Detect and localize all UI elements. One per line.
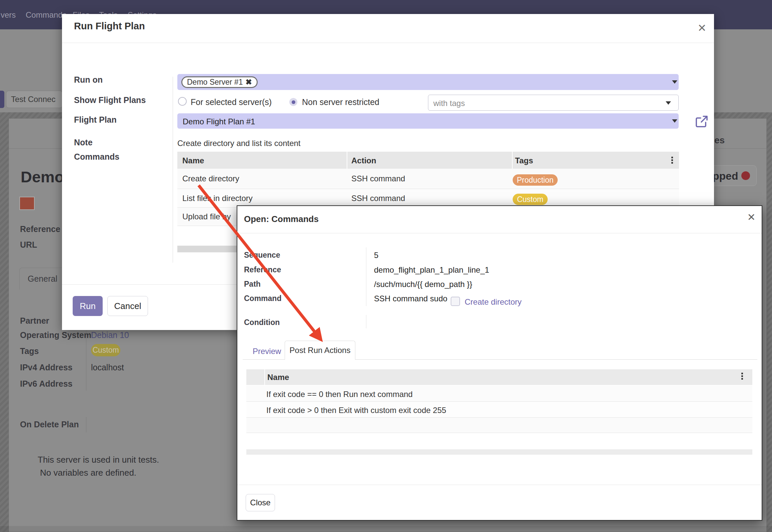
radio-selected-dot [292,100,295,104]
open-commands-modal: Open: Commands ✕ Sequence Reference Path… [237,205,762,521]
field-label-tags: Tags [20,346,39,356]
tag-badge-custom: Custom [513,194,548,205]
command-value: SSH command sudo [374,294,447,303]
table-row[interactable]: If exit code > 0 then Exit with custom e… [246,402,752,418]
run-button[interactable]: Run [73,296,103,316]
row-name: Upload file by [182,212,231,221]
label-command: Command [244,294,281,303]
column-divider [347,152,347,169]
column-divider [512,152,513,169]
table-row-empty[interactable] [246,418,752,433]
row-name: Create directory [182,174,239,183]
commands-table-header [177,152,679,169]
sequence-value: 5 [374,251,378,260]
server-title-fragment: Demo [21,168,64,186]
column-header-name[interactable]: Name [267,373,289,382]
server-chip[interactable]: Demo Server #1✖ [181,76,258,88]
label-flight-plan: Flight Plan [74,115,117,125]
bottom-strip [0,526,772,532]
actions-table-header [246,369,752,385]
chevron-down-icon [672,119,677,123]
chevron-down-icon [666,101,671,105]
with-tags-placeholder: with tags [433,99,465,108]
field-label-ipv4: IPv4 Address [20,363,72,372]
path-value: /such/much/{{ demo_path }} [374,280,472,289]
ipv4-value: localhost [91,363,124,372]
label-note: Note [74,138,93,147]
external-link-icon[interactable] [695,115,709,129]
table-row[interactable]: If exit code == 0 then Run next command [246,386,752,402]
field-label-on-delete-plan: On Delete Plan [20,420,79,429]
close-button[interactable]: Close [246,494,275,511]
server-color-swatch[interactable] [19,197,35,210]
row-action: SSH command [351,174,405,183]
form-separator [86,417,86,432]
modal-title: Open: Commands [244,214,319,224]
modal-footer-divider [237,485,762,485]
label-reference: Reference [244,265,281,274]
table-options-icon[interactable] [671,157,673,165]
modal-title: Run Flight Plan [74,21,145,32]
with-tags-select[interactable] [428,95,679,111]
command-checkbox[interactable] [451,297,460,306]
tag-badge-custom: Custom [91,344,120,356]
table-row[interactable]: Create directory SSH command [177,169,679,189]
form-separator [86,329,86,391]
row-name: List files in directory [182,194,253,203]
primary-button-fragment[interactable] [0,91,4,108]
label-sequence: Sequence [244,251,280,260]
close-icon[interactable]: ✕ [695,21,709,35]
modal-header-divider [62,43,714,43]
chip-remove-icon[interactable]: ✖ [245,78,252,86]
label-path: Path [244,280,261,289]
reference-value: demo_flight_plan_1_plan_line_1 [374,265,489,275]
empty-list-strip [246,449,752,455]
column-divider [264,369,265,385]
field-label-os: Operating System [20,330,91,340]
unit-test-note-line2: No variables are defined. [40,468,136,478]
cancel-button[interactable]: Cancel [107,296,148,316]
row-action: SSH command [351,194,405,203]
radio-for-selected-servers[interactable] [178,97,187,106]
label-run-on: Run on [74,75,103,85]
radio-label-selected-servers[interactable]: For selected server(s) [191,97,272,107]
label-column-separator [366,247,366,306]
action-name: If exit code == 0 then Run next command [266,390,413,399]
table-row[interactable]: List files in directory SSH command [177,189,679,208]
nav-item-commands[interactable]: Commands [26,10,67,20]
os-value-link[interactable]: Debian 10 [91,330,129,340]
status-stopped-dot-icon [741,171,750,180]
unit-test-note-line1: This server is used in unit tests. [38,455,159,465]
column-header-action[interactable]: Action [351,156,376,165]
tab-preview[interactable]: Preview [253,347,281,356]
column-header-name[interactable]: Name [182,156,204,165]
tab-general[interactable]: General [19,268,64,290]
test-connection-button[interactable]: Test Connec [6,91,63,108]
tag-badge-production: Production [513,174,558,186]
tab-post-run-actions[interactable]: Post Run Actions [285,341,355,360]
label-column-separator [366,315,366,328]
modal-header-divider [237,233,762,233]
table-options-icon[interactable] [741,373,743,381]
label-show-flight-plans: Show Flight Plans [74,95,146,105]
note-value: Create directory and list its content [177,139,301,148]
flight-plan-value: Demo Flight Plan #1 [183,117,255,126]
server-chip-label: Demo Server #1 [187,78,243,86]
field-label-partner: Partner [20,316,49,326]
status-label-fragment: pped [713,170,738,182]
card-heading-fragment: es [714,135,725,146]
action-name: If exit code > 0 then Exit with custom e… [266,406,446,415]
label-commands: Commands [74,152,119,162]
label-condition: Condition [244,318,280,327]
column-header-tags[interactable]: Tags [515,156,533,165]
field-label-url: URL [20,240,37,250]
create-directory-link[interactable]: Create directory [465,297,522,307]
nav-item-servers-fragment[interactable]: vers [1,10,16,20]
label-column-separator [173,77,173,263]
field-label-reference: Reference [20,224,60,234]
chevron-down-icon [672,80,677,84]
close-icon[interactable]: ✕ [745,211,758,224]
radio-label-non-restricted[interactable]: Non server restricted [302,97,379,107]
field-label-ipv6: IPv6 Address [20,379,72,389]
